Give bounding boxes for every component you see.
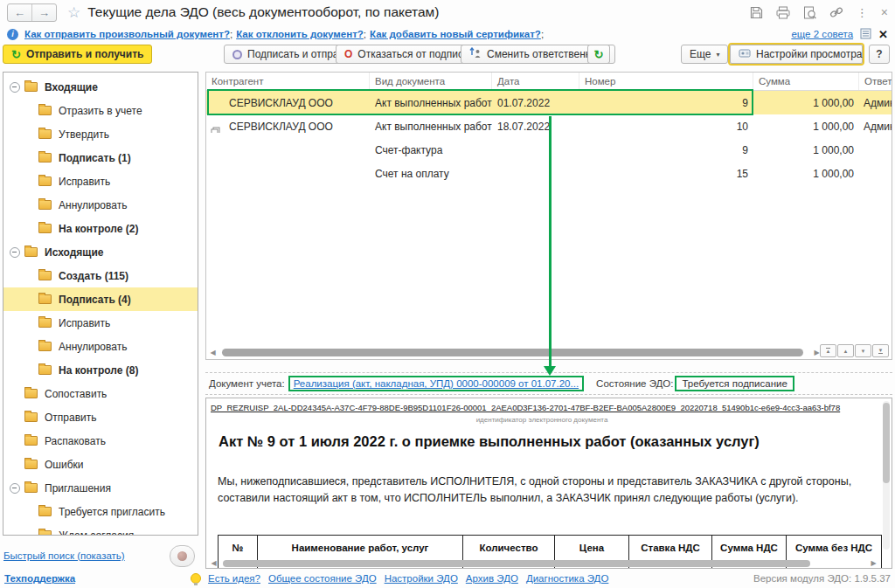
accounting-doc-link[interactable]: Реализация (акт, накладная, УПД) 0000-00… — [294, 378, 579, 389]
sidebar-item[interactable]: Входящие — [3, 75, 198, 99]
folder-icon — [38, 342, 52, 351]
sidebar-item-selected[interactable]: Подписать (4) — [3, 287, 198, 311]
scroll-right-icon[interactable]: ▶ — [870, 559, 878, 567]
sidebar-item[interactable]: Сопоставить — [3, 382, 198, 405]
scroll-left-icon[interactable]: ◀ — [210, 559, 218, 567]
go-last-button[interactable]: ▼ — [872, 344, 889, 357]
tip-link-add-certificate[interactable]: Как добавить новый сертификат? — [370, 29, 541, 39]
cell-date: 01.07.2022 — [492, 97, 579, 109]
sidebar-item-label: Исходящие — [45, 246, 103, 259]
folder-icon — [24, 389, 38, 398]
scrollbar-thumb[interactable] — [222, 349, 803, 356]
view-settings-icon — [739, 48, 751, 61]
sidebar-item[interactable]: Распаковать — [3, 429, 198, 453]
print-icon[interactable] — [776, 6, 790, 19]
sidebar-item[interactable]: Отразить в учете — [3, 99, 198, 122]
quick-search-link[interactable]: Быстрый поиск (показать) — [3, 550, 125, 561]
preview-horizontal-scrollbar[interactable]: ◀ ▶ — [210, 559, 878, 567]
favorite-star-icon[interactable]: ☆ — [67, 3, 80, 22]
sidebar-item-label: Подписать (4) — [59, 294, 131, 306]
idea-link[interactable]: Есть идея? — [208, 573, 260, 584]
sidebar-item[interactable]: Аннулировать — [3, 335, 198, 358]
sidebar-item-label: Аннулировать — [59, 341, 127, 353]
sidebar-item-label: Входящие — [45, 81, 98, 93]
preview-vertical-scrollbar[interactable] — [883, 401, 890, 550]
support-link[interactable]: Техподдержка — [4, 573, 75, 584]
back-button[interactable]: ← — [8, 4, 31, 21]
collapse-toggle-icon[interactable] — [10, 247, 20, 258]
collapse-toggle-icon[interactable] — [10, 82, 20, 93]
sidebar-item-label: На контроле (8) — [59, 364, 138, 377]
tip-link-send-arbitrary[interactable]: Как отправить произвольный документ? — [24, 29, 230, 39]
scroll-left-icon[interactable]: ◀ — [209, 349, 217, 356]
forward-button[interactable]: → — [31, 4, 56, 21]
sidebar-item[interactable]: Исправить — [3, 169, 198, 193]
act-title: Акт № 9 от 1 июля 2022 г. о приемке выпо… — [219, 433, 865, 450]
edo-diagnostics-link[interactable]: Диагностика ЭДО — [526, 573, 608, 584]
close-icon[interactable]: × — [881, 5, 888, 19]
column-header[interactable]: Вид документа — [370, 73, 492, 90]
send-receive-label: Отправить и получить — [26, 48, 144, 60]
column-header[interactable]: Дата — [492, 73, 579, 90]
folder-icon — [38, 106, 52, 115]
scrollbar-thumb[interactable] — [883, 403, 890, 483]
column-header[interactable]: Номер — [579, 73, 753, 90]
go-first-button[interactable]: ▲ — [820, 344, 836, 357]
get-link-icon[interactable] — [829, 6, 843, 19]
sidebar-item[interactable]: Ждем согласия — [3, 523, 198, 536]
highlight-arrow-head — [544, 366, 556, 376]
sidebar-item-label: На контроле (2) — [59, 223, 138, 235]
go-previous-button[interactable]: ▲ — [837, 344, 854, 357]
sidebar-item[interactable]: Требуется пригласить — [3, 500, 198, 523]
seal-icon — [232, 50, 242, 59]
cell-contragent-text: СЕРВИСКЛАУД ООО — [229, 121, 333, 133]
help-button[interactable]: ? — [869, 45, 890, 64]
more-tips-link[interactable]: еще 2 совета — [791, 29, 853, 39]
folder-icon — [38, 200, 52, 210]
edo-overview-link[interactable]: Общее состояние ЭДО — [268, 573, 377, 584]
more-button[interactable]: Еще ▾ — [681, 45, 728, 64]
tips-close-icon[interactable]: ✕ — [878, 28, 888, 41]
print-preview-icon[interactable] — [803, 6, 816, 19]
sidebar-item[interactable]: Исправить — [3, 311, 198, 335]
more-menu-icon[interactable]: ⋮ — [857, 6, 868, 19]
cell-sum: 1 000,00 — [753, 144, 859, 156]
tip-link-decline[interactable]: Как отклонить документ? — [236, 29, 364, 39]
doc-link-highlight: Реализация (акт, накладная, УПД) 0000-00… — [288, 376, 584, 391]
collapse-toggle-icon[interactable] — [10, 483, 20, 494]
sidebar-item[interactable]: На контроле (8) — [3, 358, 198, 382]
quick-search-clear-button[interactable] — [170, 545, 195, 567]
tips-list-icon[interactable] — [860, 28, 871, 41]
act-body-text: Мы, нижеподписавшиеся, представитель ИСП… — [218, 474, 875, 508]
table-row-selected[interactable]: СЕРВИСКЛАУД ООО Акт выполненных работ 01… — [206, 91, 892, 114]
scrollbar-thumb[interactable] — [223, 560, 810, 567]
edo-settings-link[interactable]: Настройки ЭДО — [385, 573, 458, 584]
view-settings-button[interactable]: Настройки просмотра — [730, 45, 863, 64]
column-header[interactable]: Ответственный — [859, 73, 892, 90]
person-swap-icon — [469, 47, 482, 61]
sidebar-item[interactable]: Ошибки — [3, 453, 198, 476]
edo-archive-link[interactable]: Архив ЭДО — [466, 573, 518, 584]
forward-icon: → — [38, 6, 50, 19]
edo-window: ← → ☆ Текущие дела ЭДО (весь документооб… — [0, 0, 895, 588]
sidebar-item-label: Исправить — [59, 176, 110, 188]
sidebar-item[interactable]: Исходящие — [3, 240, 198, 264]
column-header[interactable]: Контрагент — [206, 73, 370, 90]
sidebar-item[interactable]: Утвердить — [3, 122, 198, 146]
send-receive-button[interactable]: ↻ Отправить и получить — [3, 45, 152, 64]
save-icon[interactable] — [750, 6, 763, 19]
folder-icon — [24, 412, 38, 422]
sidebar-item[interactable]: Приглашения — [3, 476, 198, 500]
sidebar-item[interactable]: Аннулировать — [3, 193, 198, 217]
column-header[interactable]: Сумма — [753, 73, 859, 90]
sidebar-item[interactable]: Отправить — [3, 405, 198, 429]
table-horizontal-scrollbar[interactable]: ◀ ▶ — [209, 348, 821, 357]
folder-icon — [38, 129, 52, 139]
sidebar-item[interactable]: На контроле (2) — [3, 217, 198, 240]
go-next-button[interactable]: ▼ — [855, 344, 871, 357]
sidebar-item[interactable]: Создать (115) — [3, 264, 198, 287]
refresh-button[interactable]: ↻ — [587, 45, 610, 64]
sidebar-item[interactable]: Подписать (1) — [3, 146, 198, 169]
more-label: Еще — [690, 48, 711, 60]
view-settings-highlight: Настройки просмотра — [728, 43, 864, 66]
